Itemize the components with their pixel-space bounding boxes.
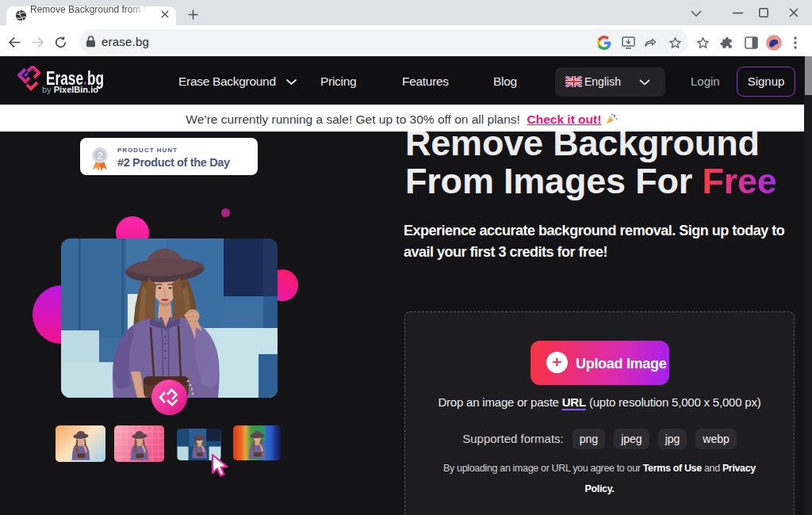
svg-text:2: 2 [98,151,103,162]
